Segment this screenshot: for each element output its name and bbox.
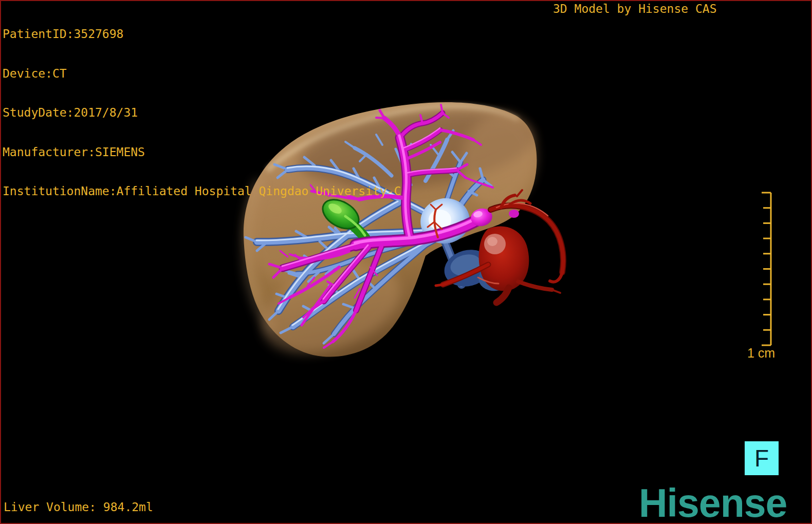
model-caption: 3D Model by Hisense CAS [553, 2, 717, 15]
hisense-logo: Hisense [639, 483, 787, 523]
institution-name: InstitutionName:Affiliated Hospital Qing… [3, 185, 401, 198]
study-date: StudyDate:2017/8/31 [3, 106, 401, 120]
patient-info-block: PatientID:3527698 Device:CT StudyDate:20… [3, 2, 401, 224]
viewer-stage: 1 cm PatientID:3527698 Device:CT StudyDa… [0, 0, 812, 524]
scale-bar-label: 1 cm [747, 346, 775, 360]
liver-volume-readout: Liver Volume: 984.2ml [4, 500, 153, 514]
manufacturer: Manufacturer:SIEMENS [3, 146, 401, 159]
patient-id: PatientID:3527698 [3, 28, 401, 41]
orientation-marker-front: F [745, 441, 779, 475]
device: Device:CT [3, 67, 401, 81]
scale-bar: 1 cm [747, 193, 775, 360]
